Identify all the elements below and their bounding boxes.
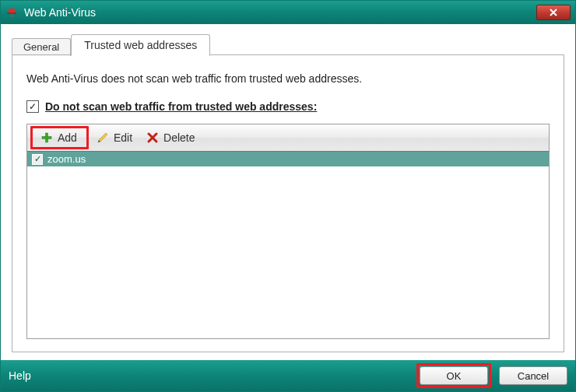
tab-panel: Web Anti-Virus does not scan web traffic… xyxy=(12,55,564,352)
delete-button-label: Delete xyxy=(163,131,195,144)
delete-button[interactable]: Delete xyxy=(140,129,201,146)
x-icon xyxy=(146,131,159,144)
tab-general[interactable]: General xyxy=(12,38,71,56)
list-item-label: zoom.us xyxy=(47,153,86,165)
content-area: General Trusted web addresses Web Anti-V… xyxy=(1,24,575,360)
list-item[interactable]: ✓ zoom.us xyxy=(27,152,549,166)
tab-strip: General Trusted web addresses xyxy=(12,33,564,55)
plus-icon xyxy=(40,131,53,144)
edit-button-label: Edit xyxy=(114,131,132,144)
window-title: Web Anti-Virus xyxy=(24,6,536,19)
title-bar: Web Anti-Virus xyxy=(1,1,575,24)
panel-description: Web Anti-Virus does not scan web traffic… xyxy=(26,72,550,85)
scan-option-row: ✓ Do not scan web traffic from trusted w… xyxy=(26,100,550,113)
edit-button[interactable]: Edit xyxy=(90,129,139,146)
footer-bar: Help OK Cancel xyxy=(1,360,575,391)
pencil-icon xyxy=(97,131,109,144)
trusted-list-container: Add Edit xyxy=(26,124,550,339)
help-link[interactable]: Help xyxy=(9,369,31,382)
list-item-checkbox[interactable]: ✓ xyxy=(32,154,43,165)
add-button[interactable]: Add xyxy=(34,129,83,146)
trusted-addresses-list[interactable]: ✓ zoom.us xyxy=(26,152,550,339)
add-button-highlight: Add xyxy=(30,126,89,149)
ok-button-highlight: OK xyxy=(416,363,491,388)
tab-trusted-web-addresses[interactable]: Trusted web addresses xyxy=(71,34,210,56)
kaspersky-icon xyxy=(5,6,18,19)
svg-rect-4 xyxy=(42,137,51,139)
ok-button[interactable]: OK xyxy=(420,366,488,385)
list-toolbar: Add Edit xyxy=(26,124,550,152)
close-button[interactable] xyxy=(536,5,571,20)
web-anti-virus-window: Web Anti-Virus General Trusted web addre… xyxy=(0,0,576,392)
do-not-scan-label: Do not scan web traffic from trusted web… xyxy=(45,100,317,113)
do-not-scan-checkbox[interactable]: ✓ xyxy=(26,100,39,113)
cancel-button[interactable]: Cancel xyxy=(499,366,567,385)
add-button-label: Add xyxy=(58,131,77,144)
